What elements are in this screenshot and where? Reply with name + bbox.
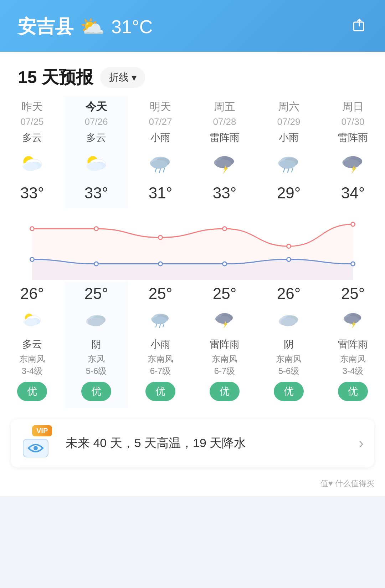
- wind-dir-4: 东南风: [276, 353, 302, 365]
- weather-icon-top-1: [82, 147, 111, 181]
- svg-point-52: [159, 262, 162, 265]
- weather-bottom-label-1: 阴: [91, 338, 101, 351]
- header: 安吉县 ⛅ 31°C: [0, 0, 385, 52]
- temp-low-3: 25°: [213, 285, 237, 303]
- svg-point-33: [344, 159, 360, 168]
- day-date-4: 07/29: [277, 116, 300, 127]
- aqi-badge-0: 优: [17, 382, 47, 401]
- day-name-1: 今天: [86, 100, 107, 114]
- weather-icon-top-3: [210, 147, 239, 181]
- svg-line-17: [163, 168, 164, 172]
- weather-top-label-5: 雷阵雨: [338, 131, 368, 145]
- forecast-bottom-cell-1: 25° 阴 东风 5-6级 优: [64, 281, 128, 408]
- svg-point-50: [95, 262, 98, 265]
- share-button[interactable]: [351, 17, 367, 36]
- forecast-grid: 昨天 07/25 多云 33° 今天 07/26 多云 33° 明天 07/27…: [0, 96, 385, 408]
- temp-low-5: 25°: [341, 285, 365, 303]
- wind-dir-2: 东南风: [148, 353, 173, 365]
- svg-point-36: [31, 227, 34, 230]
- day-date-0: 07/25: [20, 116, 43, 127]
- svg-point-5: [23, 162, 38, 171]
- header-temperature: 31°C: [111, 16, 153, 37]
- wind-level-5: 3-4级: [343, 365, 364, 377]
- svg-point-40: [159, 236, 162, 239]
- svg-point-58: [351, 262, 354, 265]
- temp-low-0: 26°: [20, 285, 44, 303]
- weather-icon-bottom-2: [148, 305, 173, 335]
- weather-top-label-4: 小雨: [279, 131, 299, 145]
- vip-banner[interactable]: VIP 未来 40 天，5 天高温，19 天降水 ›: [11, 419, 374, 467]
- wind-dir-5: 东南风: [340, 353, 366, 365]
- aqi-badge-4: 优: [274, 382, 304, 401]
- weather-bottom-label-4: 阴: [284, 338, 294, 351]
- forecast-top-section: 昨天 07/25 多云 33° 今天 07/26 多云 33° 明天 07/27…: [0, 96, 385, 208]
- temp-high-2: 31°: [149, 184, 173, 202]
- svg-point-10: [87, 162, 102, 171]
- forecast-top-cell-4: 周六 07/29 小雨 29°: [257, 96, 321, 208]
- weather-icon-bottom-1: [83, 305, 109, 335]
- wind-level-2: 6-7级: [150, 365, 171, 377]
- forecast-bottom-cell-0: 26° 多云 东南风 3-4级 优: [0, 281, 64, 408]
- temp-low-2: 25°: [149, 285, 173, 303]
- svg-point-14: [151, 160, 168, 169]
- forecast-top-cell-0: 昨天 07/25 多云 33°: [0, 96, 64, 208]
- svg-line-29: [292, 168, 293, 172]
- banner-logo: [21, 434, 50, 459]
- weather-bottom-label-5: 雷阵雨: [338, 338, 368, 351]
- weather-icon-bottom-3: [212, 305, 237, 335]
- temp-low-4: 26°: [277, 285, 301, 303]
- forecast-top-cell-2: 明天 07/27 小雨 31°: [128, 96, 192, 208]
- city-name: 安吉县: [18, 14, 73, 39]
- svg-rect-0: [354, 22, 364, 31]
- chart-type-label: 折线: [109, 71, 129, 84]
- svg-point-83: [281, 318, 296, 326]
- svg-line-15: [155, 168, 156, 172]
- weather-icon-bottom-5: [340, 305, 366, 335]
- wind-dir-0: 东南风: [19, 353, 45, 365]
- aqi-badge-3: 优: [210, 382, 240, 401]
- forecast-bottom-cell-5: 25° 雷阵雨 东南风 3-4级 优: [321, 281, 385, 408]
- svg-point-42: [223, 227, 226, 230]
- weather-icon-top-2: [146, 147, 175, 181]
- svg-point-67: [88, 318, 103, 326]
- aqi-badge-2: 优: [145, 382, 175, 401]
- svg-point-38: [95, 227, 98, 230]
- forecast-top-cell-3: 周五 07/28 雷阵雨 33°: [192, 96, 257, 208]
- temp-low-1: 25°: [84, 285, 108, 303]
- svg-point-44: [287, 245, 290, 248]
- banner-icon-wrap: VIP: [21, 429, 57, 457]
- forecast-bottom-cell-2: 25° 小雨 东南风 6-7级 优: [128, 281, 192, 408]
- day-date-1: 07/26: [84, 116, 108, 127]
- svg-line-16: [159, 169, 160, 173]
- banner-arrow-icon: ›: [359, 435, 364, 451]
- wind-level-0: 3-4级: [22, 365, 43, 377]
- weather-icon-bottom-4: [276, 305, 302, 335]
- wind-level-3: 6-7级: [214, 365, 235, 377]
- chart-type-button[interactable]: 折线 ▾: [100, 67, 145, 88]
- day-name-4: 周六: [278, 100, 299, 114]
- svg-point-90: [34, 446, 38, 450]
- banner-text: 未来 40 天，5 天高温，19 天降水: [66, 435, 350, 451]
- svg-point-48: [31, 258, 34, 261]
- svg-point-56: [287, 258, 290, 261]
- forecast-title: 15 天预报: [18, 66, 93, 89]
- wind-dir-1: 东风: [88, 353, 105, 365]
- temp-high-0: 33°: [20, 184, 44, 202]
- watermark-text: 值♥ 什么值得买: [320, 479, 374, 488]
- forecast-top-cell-1: 今天 07/26 多云 33°: [64, 96, 128, 208]
- weather-icon-top-0: [17, 147, 47, 181]
- wind-level-4: 5-6级: [278, 365, 299, 377]
- temp-high-3: 33°: [213, 184, 237, 202]
- forecast-bottom-cell-4: 26° 阴 东南风 5-6级 优: [257, 281, 321, 408]
- day-name-2: 明天: [150, 100, 171, 114]
- day-date-5: 07/30: [341, 116, 364, 127]
- watermark: 值♥ 什么值得买: [0, 475, 385, 496]
- svg-point-78: [216, 316, 231, 324]
- forecast-title-bar: 15 天预报 折线 ▾: [0, 52, 385, 96]
- day-name-3: 周五: [214, 100, 235, 114]
- svg-line-72: [156, 324, 157, 327]
- svg-point-46: [351, 223, 354, 226]
- weather-top-label-1: 多云: [86, 131, 106, 145]
- weather-top-label-2: 小雨: [150, 131, 170, 145]
- svg-point-54: [223, 262, 226, 265]
